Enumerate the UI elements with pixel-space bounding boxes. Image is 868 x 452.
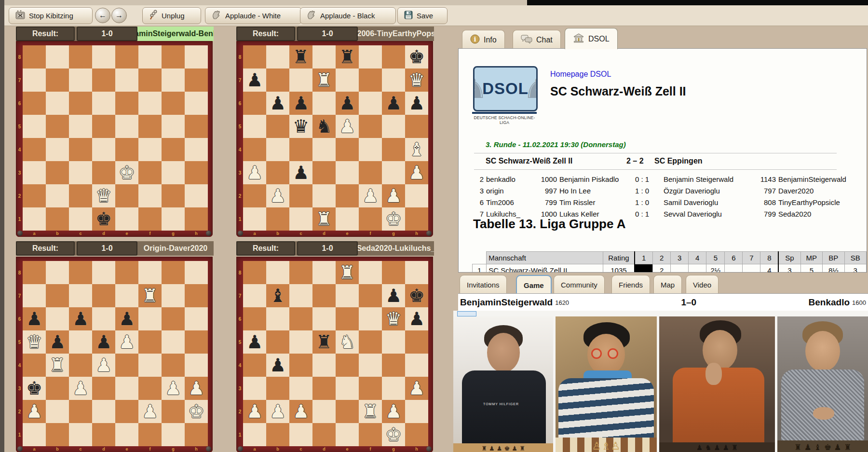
back-button[interactable]: ← <box>95 8 110 23</box>
square-f7[interactable]: ♜ <box>138 284 162 307</box>
square-a2[interactable]: ♟ <box>23 400 46 423</box>
square-b7[interactable]: ♝ <box>266 284 289 307</box>
square-g7[interactable] <box>382 68 405 92</box>
piece-wP[interactable]: ♟ <box>165 377 181 400</box>
square-f7[interactable] <box>138 68 162 92</box>
square-b7[interactable] <box>46 68 69 92</box>
square-e7[interactable] <box>336 284 359 307</box>
piece-wN[interactable]: ♞ <box>339 330 355 354</box>
square-g4[interactable] <box>382 354 405 377</box>
square-h8[interactable]: ♚ <box>405 45 428 68</box>
square-d5[interactable]: ♜ <box>312 330 336 354</box>
square-c3[interactable]: ♟ <box>69 377 92 400</box>
square-b4[interactable]: ♜ <box>46 354 69 377</box>
board4-title[interactable]: Seda2020-Lukiluchs_ <box>358 241 434 256</box>
square-d5[interactable] <box>92 115 115 138</box>
square-a5[interactable] <box>243 115 266 138</box>
square-c5[interactable] <box>289 330 312 354</box>
square-a6[interactable] <box>23 92 46 115</box>
tab-invitations[interactable]: Invitations <box>460 275 507 294</box>
square-c1[interactable] <box>289 207 312 231</box>
square-f6[interactable] <box>359 307 382 330</box>
square-g8[interactable] <box>162 45 185 68</box>
square-h3[interactable]: ♟ <box>185 377 208 400</box>
tab-friends[interactable]: Friends <box>611 275 650 294</box>
square-g1[interactable] <box>162 207 185 231</box>
square-f1[interactable] <box>138 207 162 231</box>
square-b5[interactable] <box>46 115 69 138</box>
square-g4[interactable] <box>162 354 185 377</box>
square-a3[interactable]: ♟ <box>243 161 266 184</box>
square-d3[interactable] <box>312 161 336 184</box>
square-h4[interactable]: ♝ <box>405 138 428 161</box>
square-a5[interactable]: ♛ <box>23 330 46 354</box>
square-b2[interactable] <box>46 184 69 207</box>
square-g2[interactable]: ♟ <box>382 184 405 207</box>
square-b8[interactable] <box>266 261 289 284</box>
square-h3[interactable] <box>185 161 208 184</box>
square-h4[interactable] <box>185 138 208 161</box>
square-h4[interactable] <box>405 354 428 377</box>
piece-bP[interactable]: ♟ <box>408 92 425 115</box>
applaude-white-button[interactable]: Applaude - White <box>205 7 302 24</box>
square-f3[interactable] <box>359 161 382 184</box>
square-d4[interactable]: ♟ <box>92 354 115 377</box>
square-e4[interactable] <box>336 354 359 377</box>
square-f4[interactable] <box>138 138 162 161</box>
forward-button[interactable]: → <box>111 8 127 23</box>
piece-wP[interactable]: ♟ <box>362 184 379 207</box>
piece-bR[interactable]: ♜ <box>316 330 332 354</box>
square-b5[interactable]: ♟ <box>46 330 69 354</box>
square-a4[interactable] <box>23 354 46 377</box>
piece-bK[interactable]: ♚ <box>95 207 112 231</box>
square-b5[interactable] <box>266 115 289 138</box>
piece-wP[interactable]: ♟ <box>95 354 112 377</box>
video-progress-box[interactable] <box>457 311 476 316</box>
square-a4[interactable] <box>23 138 46 161</box>
square-c3[interactable]: ♟ <box>289 161 312 184</box>
piece-bQ[interactable]: ♛ <box>293 115 309 138</box>
piece-wR[interactable]: ♜ <box>316 68 332 92</box>
square-b6[interactable] <box>46 307 69 330</box>
square-b1[interactable] <box>266 207 289 231</box>
square-c6[interactable] <box>289 307 312 330</box>
square-f3[interactable] <box>138 377 162 400</box>
square-e3[interactable] <box>336 377 359 400</box>
square-g2[interactable] <box>162 184 185 207</box>
square-b1[interactable] <box>266 423 289 446</box>
square-f7[interactable] <box>359 68 382 92</box>
square-a3[interactable] <box>23 161 46 184</box>
piece-wK[interactable]: ♚ <box>385 207 402 231</box>
square-e5[interactable]: ♟ <box>336 115 359 138</box>
square-a2[interactable] <box>23 184 46 207</box>
piece-bB[interactable]: ♝ <box>270 284 286 307</box>
square-a3[interactable]: ♚ <box>23 377 46 400</box>
square-c3[interactable] <box>69 161 92 184</box>
square-g7[interactable] <box>162 284 185 307</box>
board2-title[interactable]: Tim2006-TinyEarthyPopsicle <box>358 27 434 41</box>
stop-kibitzing-button[interactable]: Stop Kibitzing <box>9 7 93 24</box>
square-g4[interactable] <box>382 138 405 161</box>
square-e5[interactable] <box>115 115 138 138</box>
square-a2[interactable]: ♟ <box>243 400 266 423</box>
square-g6[interactable] <box>162 92 185 115</box>
piece-bP[interactable]: ♟ <box>385 284 402 307</box>
square-a8[interactable] <box>243 261 266 284</box>
square-h4[interactable] <box>185 354 208 377</box>
square-d7[interactable] <box>312 284 336 307</box>
square-c5[interactable] <box>69 115 92 138</box>
homepage-dsol-link[interactable]: Homepage DSOL <box>550 70 611 79</box>
square-g2[interactable]: ♟ <box>382 400 405 423</box>
square-e6[interactable] <box>115 92 138 115</box>
square-h7[interactable]: ♛ <box>405 68 428 92</box>
square-d1[interactable] <box>92 423 115 446</box>
square-d3[interactable] <box>312 377 336 400</box>
square-f5[interactable] <box>359 330 382 354</box>
square-b2[interactable] <box>46 400 69 423</box>
piece-wP[interactable]: ♟ <box>408 161 425 184</box>
square-a7[interactable] <box>243 284 266 307</box>
square-c7[interactable] <box>69 68 92 92</box>
square-h3[interactable]: ♟ <box>405 377 428 400</box>
square-g6[interactable] <box>162 307 185 330</box>
square-a5[interactable]: ♟ <box>243 330 266 354</box>
